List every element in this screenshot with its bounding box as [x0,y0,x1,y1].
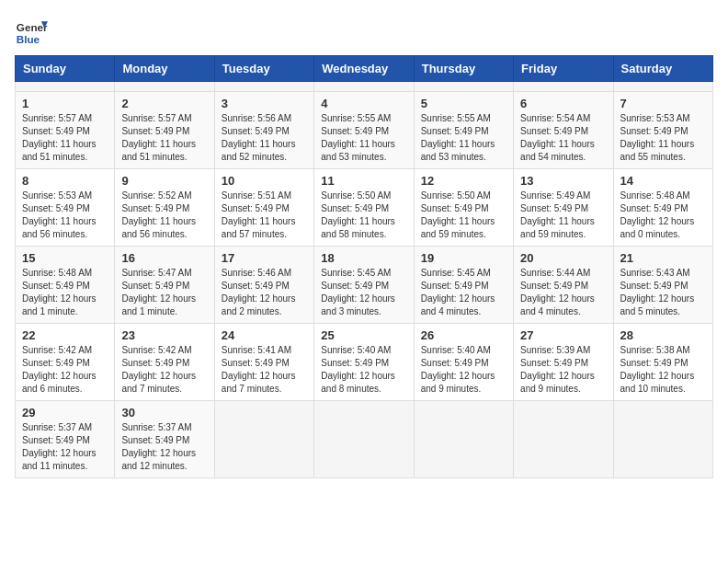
day-info: Sunrise: 5:54 AMSunset: 5:49 PMDaylight:… [520,112,606,164]
day-info: Sunrise: 5:57 AMSunset: 5:49 PMDaylight:… [22,112,108,164]
weekday-header: Friday [514,56,613,82]
svg-text:Blue: Blue [17,33,40,45]
calendar-cell [314,401,414,478]
day-info: Sunrise: 5:53 AMSunset: 5:49 PMDaylight:… [620,112,706,164]
day-number: 3 [222,97,307,110]
day-info: Sunrise: 5:46 AMSunset: 5:49 PMDaylight:… [222,267,307,318]
weekday-header: Thursday [414,56,513,82]
day-info: Sunrise: 5:39 AMSunset: 5:49 PMDaylight:… [520,344,606,396]
calendar-cell [514,82,613,92]
day-info: Sunrise: 5:45 AMSunset: 5:49 PMDaylight:… [421,267,506,318]
calendar-cell: 19Sunrise: 5:45 AMSunset: 5:49 PMDayligh… [414,247,513,324]
day-info: Sunrise: 5:43 AMSunset: 5:49 PMDaylight:… [620,267,706,318]
day-info: Sunrise: 5:55 AMSunset: 5:49 PMDaylight:… [321,112,406,164]
calendar-cell: 12Sunrise: 5:50 AMSunset: 5:49 PMDayligh… [414,169,513,247]
day-number: 2 [121,97,207,110]
day-info: Sunrise: 5:51 AMSunset: 5:49 PMDaylight:… [222,190,307,241]
calendar-cell: 25Sunrise: 5:40 AMSunset: 5:49 PMDayligh… [314,324,414,401]
calendar-week-row: 22Sunrise: 5:42 AMSunset: 5:49 PMDayligh… [16,324,713,401]
weekday-header: Wednesday [314,56,414,82]
day-info: Sunrise: 5:38 AMSunset: 5:49 PMDaylight:… [620,344,706,396]
calendar-cell: 3Sunrise: 5:56 AMSunset: 5:49 PMDaylight… [214,92,313,169]
day-number: 9 [121,174,207,188]
day-number: 19 [421,251,506,265]
calendar-cell: 17Sunrise: 5:46 AMSunset: 5:49 PMDayligh… [214,247,313,324]
day-info: Sunrise: 5:41 AMSunset: 5:49 PMDaylight:… [222,344,307,396]
day-number: 21 [620,251,706,265]
calendar-week-row: 8Sunrise: 5:53 AMSunset: 5:49 PMDaylight… [16,169,713,247]
calendar-week-row [16,82,713,92]
calendar-cell [613,401,712,478]
calendar-cell: 22Sunrise: 5:42 AMSunset: 5:49 PMDayligh… [16,324,115,401]
calendar-cell [214,82,313,92]
calendar-week-row: 15Sunrise: 5:48 AMSunset: 5:49 PMDayligh… [16,247,713,324]
calendar-cell: 7Sunrise: 5:53 AMSunset: 5:49 PMDaylight… [613,92,712,169]
calendar-cell: 28Sunrise: 5:38 AMSunset: 5:49 PMDayligh… [613,324,712,401]
day-info: Sunrise: 5:42 AMSunset: 5:49 PMDaylight:… [22,344,108,396]
calendar-cell: 6Sunrise: 5:54 AMSunset: 5:49 PMDaylight… [514,92,613,169]
calendar-cell: 16Sunrise: 5:47 AMSunset: 5:49 PMDayligh… [115,247,214,324]
calendar-cell: 2Sunrise: 5:57 AMSunset: 5:49 PMDaylight… [115,92,214,169]
day-info: Sunrise: 5:40 AMSunset: 5:49 PMDaylight:… [321,344,406,396]
weekday-header: Monday [115,56,214,82]
day-number: 5 [421,97,506,110]
calendar-table: SundayMondayTuesdayWednesdayThursdayFrid… [15,55,713,478]
day-info: Sunrise: 5:53 AMSunset: 5:49 PMDaylight:… [22,190,108,241]
day-number: 1 [22,97,108,110]
day-number: 13 [520,174,606,188]
calendar-cell [414,82,513,92]
calendar-cell: 23Sunrise: 5:42 AMSunset: 5:49 PMDayligh… [115,324,214,401]
day-number: 20 [520,251,606,265]
calendar-cell: 4Sunrise: 5:55 AMSunset: 5:49 PMDaylight… [314,92,414,169]
day-info: Sunrise: 5:37 AMSunset: 5:49 PMDaylight:… [22,421,108,473]
day-number: 16 [121,251,207,265]
calendar-cell: 26Sunrise: 5:40 AMSunset: 5:49 PMDayligh… [414,324,513,401]
calendar-cell: 27Sunrise: 5:39 AMSunset: 5:49 PMDayligh… [514,324,613,401]
day-number: 23 [121,328,207,342]
day-number: 17 [222,251,307,265]
day-number: 15 [22,251,108,265]
calendar-cell: 5Sunrise: 5:55 AMSunset: 5:49 PMDaylight… [414,92,513,169]
day-number: 14 [620,174,706,188]
calendar-cell [115,82,214,92]
calendar-cell: 30Sunrise: 5:37 AMSunset: 5:49 PMDayligh… [115,401,214,478]
logo: General Blue [15,15,48,48]
day-number: 22 [22,328,108,342]
day-info: Sunrise: 5:50 AMSunset: 5:49 PMDaylight:… [321,190,406,241]
day-number: 27 [520,328,606,342]
day-number: 26 [421,328,506,342]
weekday-header-row: SundayMondayTuesdayWednesdayThursdayFrid… [16,56,713,82]
weekday-header: Sunday [16,56,115,82]
day-number: 24 [222,328,307,342]
day-info: Sunrise: 5:52 AMSunset: 5:49 PMDaylight:… [121,190,207,241]
weekday-header: Tuesday [214,56,313,82]
calendar-cell: 9Sunrise: 5:52 AMSunset: 5:49 PMDaylight… [115,169,214,247]
header: General Blue [15,15,713,48]
day-number: 10 [222,174,307,188]
calendar-cell: 13Sunrise: 5:49 AMSunset: 5:49 PMDayligh… [514,169,613,247]
day-number: 8 [22,174,108,188]
day-number: 7 [620,97,706,110]
day-number: 25 [321,328,406,342]
day-info: Sunrise: 5:40 AMSunset: 5:49 PMDaylight:… [421,344,506,396]
day-info: Sunrise: 5:56 AMSunset: 5:49 PMDaylight:… [222,112,307,164]
day-number: 4 [321,97,406,110]
day-info: Sunrise: 5:49 AMSunset: 5:49 PMDaylight:… [520,190,606,241]
day-info: Sunrise: 5:42 AMSunset: 5:49 PMDaylight:… [121,344,207,396]
calendar-cell: 29Sunrise: 5:37 AMSunset: 5:49 PMDayligh… [16,401,115,478]
calendar-cell: 15Sunrise: 5:48 AMSunset: 5:49 PMDayligh… [16,247,115,324]
calendar-cell: 8Sunrise: 5:53 AMSunset: 5:49 PMDaylight… [16,169,115,247]
calendar-cell [314,82,414,92]
day-number: 29 [22,406,108,419]
calendar-cell: 21Sunrise: 5:43 AMSunset: 5:49 PMDayligh… [613,247,712,324]
calendar-week-row: 29Sunrise: 5:37 AMSunset: 5:49 PMDayligh… [16,401,713,478]
calendar-cell: 20Sunrise: 5:44 AMSunset: 5:49 PMDayligh… [514,247,613,324]
day-info: Sunrise: 5:48 AMSunset: 5:49 PMDaylight:… [620,190,706,241]
calendar-cell [613,82,712,92]
day-number: 18 [321,251,406,265]
day-info: Sunrise: 5:57 AMSunset: 5:49 PMDaylight:… [121,112,207,164]
calendar-cell [414,401,513,478]
calendar-week-row: 1Sunrise: 5:57 AMSunset: 5:49 PMDaylight… [16,92,713,169]
weekday-header: Saturday [613,56,712,82]
calendar-cell: 1Sunrise: 5:57 AMSunset: 5:49 PMDaylight… [16,92,115,169]
